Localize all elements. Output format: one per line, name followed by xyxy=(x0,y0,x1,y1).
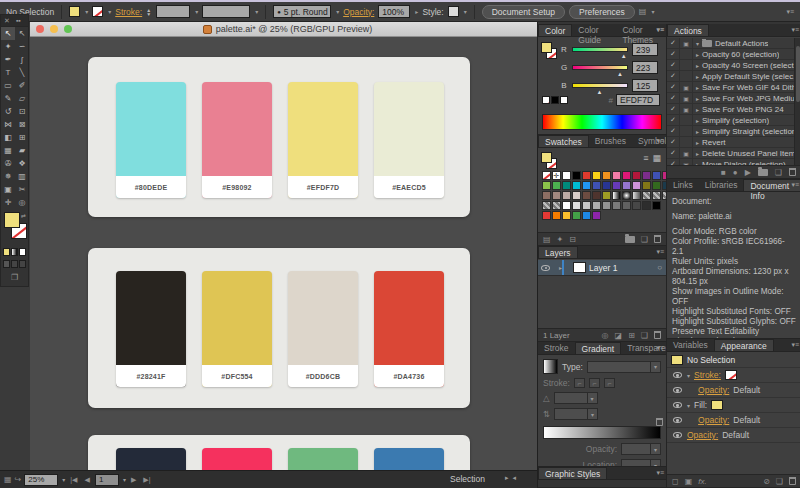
selection-tool[interactable]: ↖ xyxy=(1,27,15,40)
swatch[interactable] xyxy=(542,191,551,200)
toggle-item-check-icon[interactable]: ✓ xyxy=(667,38,680,48)
panel-menu-icon[interactable]: ▾≡ xyxy=(656,248,664,256)
gradient-mode-button[interactable] xyxy=(11,248,18,256)
visibility-eye-icon[interactable] xyxy=(671,387,683,393)
toggle-item-check-icon[interactable]: ✓ xyxy=(667,49,680,59)
color-card[interactable]: #EAECD5 xyxy=(374,82,444,198)
swatch[interactable] xyxy=(642,191,651,200)
new-color-group-icon[interactable] xyxy=(625,236,635,243)
attribute-label[interactable]: Opacity: xyxy=(698,415,729,425)
swatch[interactable] xyxy=(612,201,621,210)
chevron-down-icon[interactable]: ▾ xyxy=(62,476,65,483)
variable-width-profile-select[interactable] xyxy=(202,5,250,18)
channel-value-field[interactable]: 223 xyxy=(632,61,658,74)
action-row-opacity-60-selection[interactable]: ✓▸Opacity 60 (selection) xyxy=(667,49,800,60)
slider-thumb-icon[interactable]: ▲ xyxy=(596,89,602,95)
stroke-weight-field[interactable] xyxy=(156,5,190,18)
chevron-down-icon[interactable]: ▾ xyxy=(195,8,198,15)
begin-recording-icon[interactable]: ● xyxy=(733,168,738,177)
color-card[interactable]: #28241F xyxy=(116,271,186,387)
width-tool[interactable]: ⋈ xyxy=(1,118,15,131)
visibility-eye-icon[interactable] xyxy=(541,265,550,271)
layer-row[interactable]: ▸ Layer 1 ○ xyxy=(538,260,666,276)
color-card[interactable]: #E98092 xyxy=(202,82,272,198)
stroke-color-swatch[interactable] xyxy=(92,6,103,17)
free-transform-tool[interactable]: ⊠ xyxy=(15,118,29,131)
toggle-item-check-icon[interactable]: ✓ xyxy=(667,60,680,70)
action-row-simplify-selection[interactable]: ✓▸Simplify (selection) xyxy=(667,115,800,126)
channel-slider[interactable]: ▲ xyxy=(572,65,628,70)
previous-artboard-button[interactable]: ◀ xyxy=(82,476,91,484)
status-mode-label[interactable]: Selection xyxy=(450,474,485,484)
swatch[interactable] xyxy=(652,171,661,180)
swatch[interactable] xyxy=(642,181,651,190)
document-setup-button[interactable]: Document Setup xyxy=(482,5,565,19)
channel-slider[interactable]: ▲ xyxy=(572,83,628,88)
toggle-dialog-icon[interactable] xyxy=(680,49,693,59)
gradient-slider-bar[interactable] xyxy=(543,426,661,439)
new-action-set-icon[interactable] xyxy=(758,169,768,176)
channel-value-field[interactable]: 239 xyxy=(632,43,658,56)
visibility-eye-icon[interactable] xyxy=(671,372,683,378)
gradient-angle-field[interactable]: ▾ xyxy=(554,392,598,404)
swatch[interactable] xyxy=(552,181,561,190)
add-effect-icon[interactable]: fx. xyxy=(698,477,706,486)
tab-links[interactable]: Links xyxy=(667,179,699,191)
column-graph-tool[interactable]: ▥ xyxy=(15,170,29,183)
swatch-options-icon[interactable]: ⊟ xyxy=(569,235,576,244)
artboard-grid-icon[interactable]: ▦ xyxy=(4,475,12,484)
minimize-window-button[interactable] xyxy=(50,25,58,33)
add-new-fill-icon[interactable]: ▣ xyxy=(685,477,693,486)
swatch[interactable] xyxy=(562,201,571,210)
gradient-thumbnail[interactable] xyxy=(543,359,558,374)
swatch[interactable] xyxy=(562,181,571,190)
expand-icon[interactable]: ▸ xyxy=(696,117,699,124)
white-color-button[interactable] xyxy=(560,96,568,104)
rectangle-tool[interactable]: ▭ xyxy=(1,79,15,92)
tab-gradient[interactable]: Gradient xyxy=(575,342,622,354)
chevron-right-icon[interactable]: ▸ xyxy=(415,8,418,15)
draw-behind-button[interactable] xyxy=(11,260,18,268)
panel-menu-icon[interactable]: ▾≡ xyxy=(791,341,799,349)
action-row-save-for-web-png-24[interactable]: ✓▣▸Save For Web PNG 24 xyxy=(667,104,800,115)
preferences-button[interactable]: Preferences xyxy=(569,5,635,19)
swatch[interactable] xyxy=(602,191,611,200)
action-row-delete-unused-panel-items[interactable]: ✓▣▸Delete Unused Panel Items xyxy=(667,148,800,159)
perspective-grid-tool[interactable]: ⊞ xyxy=(15,131,29,144)
rotate-tool[interactable]: ↺ xyxy=(1,105,15,118)
toggle-item-check-icon[interactable]: ✓ xyxy=(667,115,680,125)
panel-grip-icon[interactable]: ▪▪ xyxy=(16,17,21,24)
delete-swatch-icon[interactable] xyxy=(654,235,661,243)
color-card[interactable] xyxy=(288,448,358,470)
toggle-dialog-icon[interactable] xyxy=(680,71,693,81)
document-title-bar[interactable]: palette.ai* @ 25% (RGB/GPU Preview) xyxy=(30,22,537,37)
stroke-along-icon[interactable]: ⌐ xyxy=(589,378,600,388)
channel-slider[interactable]: ▲ xyxy=(572,47,628,52)
shape-builder-tool[interactable]: ◧ xyxy=(1,131,15,144)
first-artboard-button[interactable]: |◀ xyxy=(68,476,79,484)
tab-brushes[interactable]: Brushes xyxy=(589,135,632,147)
clear-appearance-icon[interactable]: ⊘ xyxy=(763,477,770,486)
type-tool[interactable]: T xyxy=(1,66,15,79)
color-card[interactable] xyxy=(116,448,186,470)
attribute-label[interactable]: Opacity: xyxy=(698,385,729,395)
color-spectrum-bar[interactable] xyxy=(542,114,662,130)
tab-stroke[interactable]: Stroke xyxy=(538,342,575,354)
swatch[interactable] xyxy=(542,171,551,180)
slider-thumb-icon[interactable]: ▲ xyxy=(621,53,627,59)
panel-menu-icon[interactable]: ▾≡ xyxy=(656,469,664,477)
gradient-tool[interactable]: ▰ xyxy=(15,144,29,157)
swatch[interactable] xyxy=(582,181,591,190)
tab-layers[interactable]: Layers xyxy=(538,246,578,258)
panel-menu-icon[interactable]: ▾≡ xyxy=(791,26,799,34)
line-segment-tool[interactable]: ╲ xyxy=(15,66,29,79)
action-row-save-for-web-gif-64-dith[interactable]: ✓▣▸Save For Web GIF 64 Dith... xyxy=(667,82,800,93)
color-mode-button[interactable] xyxy=(3,248,10,256)
gradient-location-field[interactable]: ▾ xyxy=(621,459,661,467)
blend-tool[interactable]: ❖ xyxy=(15,157,29,170)
swatch[interactable] xyxy=(552,191,561,200)
opacity-field[interactable]: 100% xyxy=(378,5,410,18)
toggle-dialog-icon[interactable]: ▣ xyxy=(680,38,693,48)
export-icon[interactable]: ↪ xyxy=(15,475,22,484)
swatch[interactable] xyxy=(582,171,591,180)
